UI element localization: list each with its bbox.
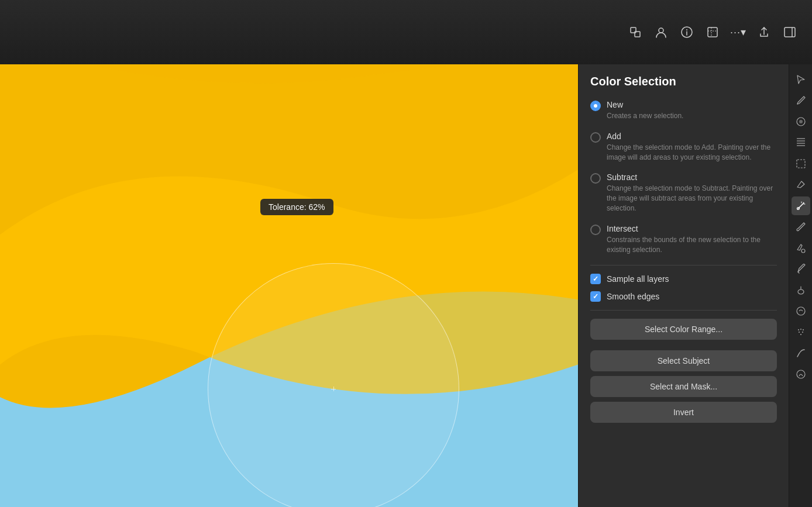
selection-rect-icon[interactable] (792, 154, 810, 173)
radio-add-desc: Change the selection mode to Add. Painti… (607, 143, 777, 163)
svg-point-34 (802, 332, 803, 333)
burn-icon[interactable] (792, 365, 810, 384)
fill-icon[interactable] (792, 239, 810, 257)
selection-center (330, 385, 337, 392)
radio-new[interactable]: New Creates a new selection. (590, 100, 777, 121)
svg-point-25 (801, 249, 805, 253)
select-color-range-button[interactable]: Select Color Range... (590, 319, 777, 340)
magic-wand-icon[interactable] (792, 196, 810, 215)
svg-point-2 (659, 28, 663, 33)
pencil-icon[interactable] (792, 260, 810, 278)
person-icon[interactable] (651, 22, 672, 43)
select-subject-button[interactable]: Select Subject (590, 350, 777, 371)
canvas-area[interactable]: Tolerance: 62% (0, 64, 578, 507)
arrow-icon[interactable] (792, 70, 810, 89)
share-icon[interactable] (753, 22, 775, 43)
radio-add-button[interactable] (590, 132, 601, 143)
resize-icon[interactable] (702, 22, 723, 43)
main-area: Tolerance: 62% Color Selection New Creat… (0, 64, 812, 507)
invert-button[interactable]: Invert (590, 402, 777, 423)
svg-point-31 (800, 329, 801, 330)
toolbar (789, 64, 812, 507)
circle-icon[interactable] (792, 112, 810, 131)
radio-intersect-button[interactable] (590, 225, 601, 235)
select-and-mask-button[interactable]: Select and Mask... (590, 376, 777, 397)
smudge-icon[interactable] (792, 302, 810, 320)
svg-point-32 (803, 329, 804, 330)
sidebar-icon[interactable] (779, 22, 800, 43)
brush-icon[interactable] (792, 218, 810, 236)
hatch-icon[interactable] (792, 133, 810, 152)
checkbox-sample-all-layers-label: Sample all layers (607, 274, 669, 284)
radio-new-desc: Creates a new selection. (607, 111, 777, 121)
pen-icon[interactable] (792, 91, 810, 110)
svg-point-35 (800, 334, 801, 335)
radio-add-label: Add (607, 132, 777, 141)
svg-point-29 (797, 307, 805, 315)
radio-subtract[interactable]: Subtract Change the selection mode to Su… (590, 173, 777, 213)
radio-new-label: New (607, 100, 777, 109)
svg-point-33 (799, 332, 800, 333)
divider-2 (590, 310, 777, 311)
radio-intersect-desc: Constrains the bounds of the new selecti… (607, 235, 777, 255)
svg-point-27 (798, 289, 804, 294)
radio-subtract-label: Subtract (607, 173, 777, 182)
svg-point-5 (686, 29, 687, 30)
radio-add[interactable]: Add Change the selection mode to Add. Pa… (590, 132, 777, 163)
svg-rect-20 (797, 160, 805, 168)
checkbox-smooth-edges-label: Smooth edges (607, 292, 659, 301)
svg-point-15 (799, 120, 803, 123)
radio-subtract-button[interactable] (590, 173, 601, 184)
right-panel: Color Selection New Creates a new select… (578, 64, 789, 507)
top-bar: ···▾ (0, 0, 812, 64)
svg-point-30 (798, 329, 799, 330)
checkbox-smooth-edges-box[interactable] (590, 291, 601, 302)
spray-icon[interactable] (792, 323, 810, 342)
svg-rect-6 (708, 27, 717, 37)
checkbox-sample-all-layers[interactable]: Sample all layers (590, 274, 777, 284)
svg-line-26 (798, 272, 799, 273)
panel-title: Color Selection (590, 75, 777, 88)
divider-1 (590, 265, 777, 265)
radio-new-button[interactable] (590, 101, 601, 111)
layers-icon[interactable] (625, 22, 646, 43)
info-icon[interactable] (676, 22, 697, 43)
svg-point-13 (797, 104, 798, 105)
selection-circle (208, 263, 459, 507)
dodge-icon[interactable] (792, 281, 810, 299)
calligraphy-icon[interactable] (792, 344, 810, 363)
radio-intersect[interactable]: Intersect Constrains the bounds of the n… (590, 224, 777, 255)
checkbox-smooth-edges[interactable]: Smooth edges (590, 291, 777, 302)
radio-intersect-label: Intersect (607, 224, 777, 233)
svg-rect-7 (785, 27, 795, 37)
radio-subtract-desc: Change the selection mode to Subtract. P… (607, 184, 777, 213)
checkbox-sample-all-layers-box[interactable] (590, 274, 601, 284)
eraser-icon[interactable] (792, 175, 810, 194)
more-icon[interactable]: ···▾ (728, 22, 749, 43)
